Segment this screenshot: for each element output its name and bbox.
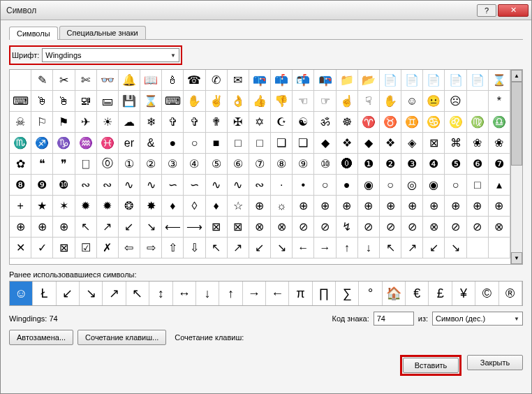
recent-cell[interactable]: ∏ bbox=[313, 282, 336, 305]
symbol-cell[interactable]: ↘ bbox=[140, 217, 162, 238]
symbol-cell[interactable]: 😐 bbox=[423, 91, 445, 112]
symbol-cell[interactable] bbox=[489, 238, 510, 258]
symbol-cell[interactable]: ♋ bbox=[423, 112, 445, 133]
symbol-cell[interactable]: ✆ bbox=[206, 70, 228, 91]
symbol-cell[interactable]: ↙ bbox=[249, 238, 271, 258]
symbol-cell[interactable]: ✞ bbox=[162, 112, 184, 133]
symbol-cell[interactable]: ⊕ bbox=[249, 196, 271, 217]
recent-cell[interactable]: £ bbox=[429, 282, 452, 305]
symbol-cell[interactable]: ◊ bbox=[184, 196, 205, 217]
symbol-cell[interactable]: ❺ bbox=[445, 154, 466, 175]
symbol-cell[interactable]: ❀ bbox=[467, 133, 489, 154]
symbol-cell[interactable]: 📖 bbox=[140, 70, 162, 91]
symbol-cell[interactable]: ⊘ bbox=[445, 217, 466, 238]
symbol-cell[interactable]: ⊘ bbox=[401, 217, 423, 238]
symbol-cell[interactable]: ○ bbox=[445, 175, 466, 196]
recent-cell[interactable]: ↗ bbox=[103, 282, 126, 305]
symbol-cell[interactable]: ∿ bbox=[140, 175, 162, 196]
help-button[interactable]: ? bbox=[477, 4, 496, 17]
autocorrect-button[interactable]: Автозамена... bbox=[9, 330, 73, 345]
symbol-cell[interactable]: ↓ bbox=[358, 238, 380, 258]
symbol-cell[interactable]: ⊠ bbox=[423, 133, 445, 154]
symbol-cell[interactable]: ✠ bbox=[228, 112, 249, 133]
symbol-cell[interactable]: ∾ bbox=[75, 175, 97, 196]
symbol-cell[interactable]: ☹ bbox=[445, 91, 466, 112]
tab-symbols[interactable]: Символы bbox=[9, 27, 58, 40]
symbol-cell[interactable]: 📄 bbox=[467, 70, 489, 91]
recent-cell[interactable]: ↓ bbox=[196, 282, 219, 305]
symbol-cell[interactable]: 🖱 bbox=[53, 91, 75, 112]
scroll-up-button[interactable]: ▲ bbox=[511, 70, 522, 82]
symbol-cell[interactable]: ⊕ bbox=[358, 196, 380, 217]
recent-cell[interactable]: Ł bbox=[33, 282, 56, 305]
symbol-cell[interactable]: ⊘ bbox=[293, 217, 314, 238]
symbol-cell[interactable]: 👓 bbox=[97, 70, 119, 91]
symbol-cell[interactable]: ⊘ bbox=[380, 217, 401, 238]
recent-cell[interactable]: ↙ bbox=[57, 282, 80, 305]
symbol-cell[interactable]: ⟶ bbox=[184, 217, 205, 238]
symbol-cell[interactable]: ↘ bbox=[271, 238, 293, 258]
symbol-cell[interactable]: ⑦ bbox=[249, 154, 271, 175]
symbol-cell[interactable]: ⑨ bbox=[293, 154, 314, 175]
symbol-cell[interactable]: ↑ bbox=[337, 238, 358, 258]
symbol-cell[interactable]: ⟵ bbox=[162, 217, 184, 238]
symbol-cell[interactable]: ✉ bbox=[228, 70, 249, 91]
symbol-cell[interactable]: ❹ bbox=[423, 154, 445, 175]
symbol-cell[interactable]: ∿ bbox=[228, 175, 249, 196]
symbol-cell[interactable]: ⚑ bbox=[53, 112, 75, 133]
symbol-cell[interactable]: ☁ bbox=[119, 112, 140, 133]
symbol-cell[interactable]: ∿ bbox=[206, 175, 228, 196]
symbol-cell[interactable]: ♏ bbox=[10, 133, 31, 154]
symbol-cell[interactable]: ♉ bbox=[380, 112, 401, 133]
symbol-cell[interactable]: ❾ bbox=[31, 175, 53, 196]
symbol-cell[interactable]: ❝ bbox=[31, 154, 53, 175]
symbol-cell[interactable]: ♦ bbox=[206, 196, 228, 217]
symbol-cell[interactable]: ☀ bbox=[97, 112, 119, 133]
symbol-cell[interactable]: ∿ bbox=[119, 175, 140, 196]
symbol-cell[interactable]: ● bbox=[337, 175, 358, 196]
symbol-cell[interactable]: ⌛ bbox=[140, 91, 162, 112]
recent-cell[interactable]: ¥ bbox=[452, 282, 475, 305]
symbol-cell[interactable]: 🖰 bbox=[31, 91, 53, 112]
recent-cell[interactable]: → bbox=[243, 282, 266, 305]
symbol-cell[interactable]: ∽ bbox=[162, 175, 184, 196]
symbol-cell[interactable]: 👌 bbox=[228, 91, 249, 112]
symbol-cell[interactable]: · bbox=[271, 175, 293, 196]
code-input[interactable]: 74 bbox=[374, 312, 414, 326]
symbol-cell[interactable]: ✸ bbox=[140, 196, 162, 217]
symbol-cell[interactable]: ✿ bbox=[10, 154, 31, 175]
symbol-cell[interactable]: ⌨ bbox=[10, 91, 31, 112]
symbol-cell[interactable]: ☯ bbox=[293, 112, 314, 133]
symbol-cell[interactable]: ❸ bbox=[401, 154, 423, 175]
symbol-cell[interactable]: ▴ bbox=[489, 175, 510, 196]
symbol-cell[interactable]: ⑧ bbox=[271, 154, 293, 175]
scrollbar[interactable]: ▲ ▼ bbox=[510, 70, 522, 264]
symbol-cell[interactable]: + bbox=[10, 196, 31, 217]
symbol-cell[interactable]: ◎ bbox=[401, 175, 423, 196]
symbol-cell[interactable]: ✌ bbox=[206, 91, 228, 112]
symbol-cell[interactable]: ↘ bbox=[445, 238, 466, 258]
recent-cell[interactable]: € bbox=[406, 282, 429, 305]
symbol-cell[interactable]: ✎ bbox=[31, 70, 53, 91]
symbol-cell[interactable]: 📫 bbox=[271, 70, 293, 91]
symbol-cell[interactable]: ♦ bbox=[162, 196, 184, 217]
symbol-cell[interactable]: ↯ bbox=[337, 217, 358, 238]
symbol-cell[interactable]: ⌘ bbox=[445, 133, 466, 154]
symbol-cell[interactable]: ☠ bbox=[10, 112, 31, 133]
symbol-cell[interactable]: ✟ bbox=[206, 112, 228, 133]
symbol-cell[interactable]: ⊕ bbox=[10, 217, 31, 238]
symbol-cell[interactable]: ❀ bbox=[489, 133, 510, 154]
symbol-cell[interactable]: 🖳 bbox=[75, 91, 97, 112]
symbol-cell[interactable]: 📄 bbox=[401, 70, 423, 91]
symbol-cell[interactable]: ⊠ bbox=[206, 217, 228, 238]
symbol-cell[interactable]: ◈ bbox=[401, 133, 423, 154]
symbol-cell[interactable]: ❼ bbox=[489, 154, 510, 175]
symbol-cell[interactable]: 👎 bbox=[271, 91, 293, 112]
symbol-cell[interactable]: ⊗ bbox=[249, 217, 271, 238]
symbol-cell[interactable]: ♍ bbox=[467, 112, 489, 133]
symbol-cell[interactable]: ✡ bbox=[249, 112, 271, 133]
recent-cell[interactable]: 🏠 bbox=[383, 282, 406, 305]
symbol-cell[interactable]: ✕ bbox=[10, 238, 31, 258]
symbol-cell[interactable]: ↖ bbox=[75, 217, 97, 238]
symbol-cell[interactable]: ☸ bbox=[337, 112, 358, 133]
